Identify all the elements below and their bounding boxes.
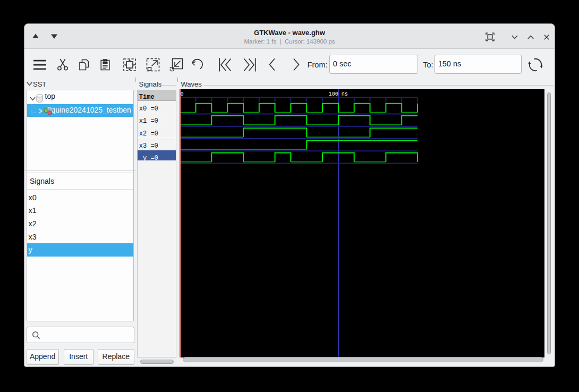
svg-text:100 ns: 100 ns xyxy=(328,91,347,97)
svg-text:0: 0 xyxy=(180,91,183,97)
